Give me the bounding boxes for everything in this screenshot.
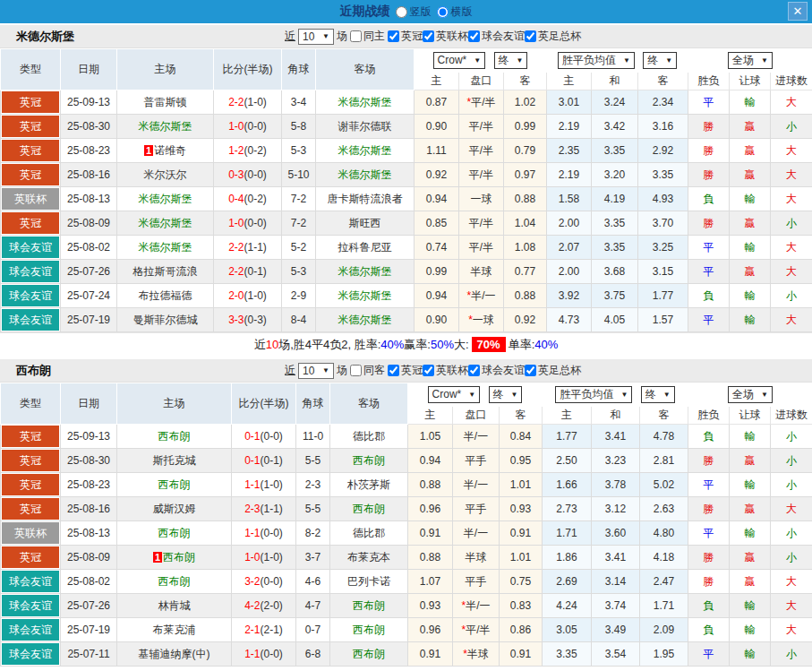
same-venue-filter[interactable]: 同主 xyxy=(350,29,385,44)
league-cell: 英冠 xyxy=(1,211,61,236)
close-icon: ✕ xyxy=(793,4,803,18)
fulltime-score: 4-2 xyxy=(244,599,260,612)
league-filter-label: 球会友谊 xyxy=(482,363,525,378)
euro-home-odds: 2.07 xyxy=(547,236,592,260)
home-team-name: 威斯汉姆 xyxy=(153,503,196,515)
euro-away-odds: 1.71 xyxy=(640,594,688,618)
result-handicap: 輸 xyxy=(730,618,771,642)
home-team: 西布朗 xyxy=(117,473,232,497)
away-team: 西布朗 xyxy=(330,449,408,473)
same-venue-filter[interactable]: 同客 xyxy=(350,363,385,378)
subcol-result-goals: 进球数 xyxy=(771,73,812,90)
halftime-score: (1-1) xyxy=(261,503,283,515)
result-wdl-text: 平 xyxy=(704,265,714,278)
fulltime-select[interactable]: 全场▼ xyxy=(728,386,773,403)
result-overunder: 小 xyxy=(771,473,812,497)
league-filter[interactable]: 英冠 xyxy=(388,29,423,44)
home-team-name: 西布朗 xyxy=(163,551,195,563)
halftime-score: (0-0) xyxy=(261,527,283,539)
league-filter[interactable]: 英联杯 xyxy=(423,29,468,44)
league-checkbox[interactable] xyxy=(388,30,399,42)
result-wdl: 勝 xyxy=(688,115,730,139)
table-row: 球会友谊25-08-02西布朗3-2(0-0)4-6巴列卡诺1.07平手0.75… xyxy=(1,570,812,594)
euro-home-odds: 1.58 xyxy=(547,187,592,211)
halftime-score: (1-1) xyxy=(244,241,267,254)
home-team: 米德尔斯堡 xyxy=(117,236,214,260)
away-team: 西布朗 xyxy=(330,642,408,667)
league-checkbox[interactable] xyxy=(468,30,480,42)
euro-avg-select[interactable]: 胜平负均值▼ xyxy=(555,386,632,403)
league-checkbox[interactable] xyxy=(525,30,536,42)
score: 1-0(0-0) xyxy=(214,211,282,236)
league-badge: 球会友谊 xyxy=(2,309,59,331)
result-wdl: 負 xyxy=(688,284,730,308)
table-row: 英冠25-08-23西布朗1-1(1-0)2-3朴茨茅斯0.88半/一1.011… xyxy=(1,473,812,497)
league-cell: 球会友谊 xyxy=(1,618,61,642)
result-wdl: 負 xyxy=(688,425,730,449)
final-odds-select[interactable]: 终▼ xyxy=(489,386,523,403)
layout-option-vertical[interactable]: 竖版 xyxy=(396,4,432,20)
league-checkbox[interactable] xyxy=(423,365,434,376)
score: 0-4(0-2) xyxy=(214,187,282,211)
league-filter[interactable]: 球会友谊 xyxy=(468,29,525,44)
result-overunder-text: 大 xyxy=(786,314,797,326)
table-row: 英联杯25-08-13西布朗1-1(0-0)8-2德比郡0.91半/一0.911… xyxy=(1,521,812,546)
final-odds-select[interactable]: 终▼ xyxy=(641,386,675,403)
away-team-name: 朴茨茅斯 xyxy=(347,478,390,491)
horizontal-radio[interactable] xyxy=(437,6,449,18)
match-count-select[interactable]: 10 ▼ xyxy=(298,363,334,379)
league-checkbox[interactable] xyxy=(423,30,434,42)
subcol-ah-home: 主 xyxy=(408,407,453,425)
corner-score: 2-9 xyxy=(282,284,316,308)
euro-home-odds: 1.66 xyxy=(543,473,592,497)
league-checkbox[interactable] xyxy=(525,365,536,376)
final-odds-select[interactable]: 终▼ xyxy=(643,52,677,69)
league-checkbox[interactable] xyxy=(388,365,399,376)
result-overunder-text: 大 xyxy=(786,624,797,636)
league-filter[interactable]: 英冠 xyxy=(388,363,423,378)
euro-home-odds: 3.35 xyxy=(543,642,592,667)
league-filter[interactable]: 球会友谊 xyxy=(468,363,525,378)
match-count-select[interactable]: 10 ▼ xyxy=(298,29,334,45)
result-handicap-text: 贏 xyxy=(745,575,756,588)
result-handicap: 贏 xyxy=(730,546,771,570)
recent-link[interactable]: 近 xyxy=(285,29,295,44)
fulltime-select[interactable]: 全场▼ xyxy=(728,52,773,69)
handicap-line: 半球 xyxy=(459,260,504,284)
recent-link[interactable]: 近 xyxy=(285,363,295,378)
bookmaker-select[interactable]: Crow*▼ xyxy=(433,52,486,69)
same-venue-checkbox[interactable] xyxy=(350,30,362,42)
league-filter[interactable]: 英足总杯 xyxy=(525,29,581,44)
same-venue-checkbox[interactable] xyxy=(350,365,362,376)
league-cell: 英冠 xyxy=(1,139,61,163)
away-team: 西布朗 xyxy=(330,594,408,618)
league-filter[interactable]: 英联杯 xyxy=(423,363,468,378)
summary-segment: 50% xyxy=(431,338,454,351)
euro-home-odds: 2.00 xyxy=(547,211,592,236)
euro-away-odds: 2.63 xyxy=(640,497,688,521)
fulltime-score: 1-1 xyxy=(244,648,260,660)
euro-avg-select[interactable]: 胜平负均值▼ xyxy=(558,52,635,69)
handicap-home-odds: 0.94 xyxy=(415,284,459,308)
handicap-away-odds: 0.99 xyxy=(504,115,547,139)
bookmaker-select[interactable]: Crow*▼ xyxy=(428,386,481,403)
away-team: 拉科鲁尼亚 xyxy=(316,236,415,260)
handicap-home-odds: 0.90 xyxy=(415,308,459,332)
vertical-radio[interactable] xyxy=(396,6,407,18)
rank-badge: 1 xyxy=(153,552,162,563)
close-button[interactable]: ✕ xyxy=(788,2,808,21)
result-handicap-text: 贏 xyxy=(745,217,756,229)
layout-option-horizontal[interactable]: 横版 xyxy=(437,4,473,20)
halftime-score: (0-0) xyxy=(261,430,283,443)
final-odds-select[interactable]: 终▼ xyxy=(494,52,528,69)
league-cell: 球会友谊 xyxy=(1,260,61,284)
same-venue-label: 同客 xyxy=(363,363,385,378)
col-header-type: 类型 xyxy=(1,383,61,425)
league-filter[interactable]: 英足总杯 xyxy=(525,363,581,378)
home-team-name: 西布朗 xyxy=(158,527,191,539)
subcol-result-handicap: 让球 xyxy=(730,407,771,425)
league-checkbox[interactable] xyxy=(468,365,480,376)
table-row: 英冠25-08-16米尔沃尔0-3(0-0)5-10米德尔斯堡0.92平/半0.… xyxy=(1,163,812,187)
handicap-line: 一球 xyxy=(459,187,504,211)
handicap-group-header: Crow*▼ 终▼ xyxy=(408,383,543,407)
